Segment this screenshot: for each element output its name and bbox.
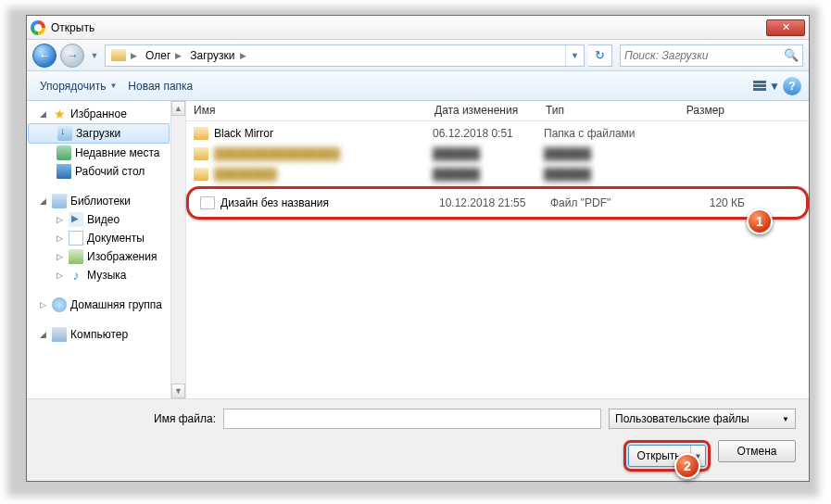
back-button[interactable]: ← xyxy=(32,44,57,68)
organize-button[interactable]: Упорядочить ▼ xyxy=(34,77,122,95)
file-row-selected[interactable]: Дизайн без названия 10.12.2018 21:55 Фай… xyxy=(193,193,763,213)
computer-icon xyxy=(52,327,67,342)
sidebar-desktop[interactable]: Рабочий стол xyxy=(27,162,185,181)
video-icon xyxy=(69,212,83,227)
desktop-icon xyxy=(57,164,71,179)
new-folder-label: Новая папка xyxy=(128,80,193,93)
sidebar-music[interactable]: ▷♪Музыка xyxy=(27,266,185,284)
chevron-down-icon: ▼ xyxy=(109,82,117,90)
file-list: Black Mirror 06.12.2018 0:51 Папка с фай… xyxy=(186,121,809,398)
sidebar-scrollbar[interactable]: ▲ ▼ xyxy=(170,101,185,398)
annotation-callout-1: 1 xyxy=(747,208,773,234)
annotation-callout-2: 2 xyxy=(674,453,700,479)
documents-icon xyxy=(69,231,83,246)
new-folder-button[interactable]: Новая папка xyxy=(122,77,198,95)
sidebar-downloads[interactable]: Загрузки xyxy=(28,123,170,144)
music-icon: ♪ xyxy=(69,268,83,283)
titlebar: Открыть ✕ xyxy=(27,16,809,40)
help-button[interactable]: ? xyxy=(783,77,801,95)
sidebar-computer[interactable]: ◢Компьютер xyxy=(27,325,185,344)
folder-icon xyxy=(194,127,208,140)
search-input[interactable] xyxy=(624,49,784,62)
sidebar-libraries[interactable]: ◢Библиотеки xyxy=(27,192,185,210)
star-icon: ★ xyxy=(52,107,67,121)
folder-icon xyxy=(194,147,208,160)
address-bar[interactable]: ▶ Олег ▶ Загрузки ▶ ▼ xyxy=(105,44,585,67)
sidebar-video[interactable]: ▷Видео xyxy=(27,210,185,229)
organize-label: Упорядочить xyxy=(40,80,106,93)
view-mode-button[interactable]: ▼ xyxy=(749,76,783,96)
view-list-icon xyxy=(752,80,767,93)
sidebar: ◢★Избранное Загрузки Недавние места Рабо… xyxy=(27,101,186,398)
crumb-separator[interactable]: ▶ xyxy=(128,51,140,60)
images-icon xyxy=(69,249,83,264)
recent-icon xyxy=(57,145,71,160)
chrome-icon xyxy=(31,20,45,35)
column-header[interactable]: Имя Дата изменения Тип Размер xyxy=(186,101,809,121)
col-name[interactable]: Имя xyxy=(186,101,427,120)
file-row[interactable]: Black Mirror 06.12.2018 0:51 Папка с фай… xyxy=(186,123,809,144)
sidebar-images[interactable]: ▷Изображения xyxy=(27,247,185,266)
crumb-user[interactable]: Олег xyxy=(140,49,172,62)
sidebar-recent[interactable]: Недавние места xyxy=(27,144,185,162)
sidebar-homegroup[interactable]: ▷Домашняя группа xyxy=(27,296,185,314)
address-dropdown[interactable]: ▼ xyxy=(565,45,584,66)
file-type-filter[interactable]: Пользовательские файлы ▼ xyxy=(609,409,796,429)
col-size[interactable]: Размер xyxy=(659,101,733,120)
scroll-up-icon[interactable]: ▲ xyxy=(171,101,185,116)
folder-icon xyxy=(111,49,126,61)
crumb-folder[interactable]: Загрузки xyxy=(184,49,236,62)
svg-rect-2 xyxy=(753,88,766,91)
search-box[interactable]: 🔍 xyxy=(620,44,803,67)
sidebar-documents[interactable]: ▷Документы xyxy=(27,229,185,247)
crumb-separator[interactable]: ▶ xyxy=(237,51,249,60)
navigation-bar: ← → ▼ ▶ Олег ▶ Загрузки ▶ ▼ ↻ 🔍 xyxy=(27,40,809,71)
sidebar-favorites[interactable]: ◢★Избранное xyxy=(27,105,185,123)
history-dropdown[interactable]: ▼ xyxy=(88,45,101,66)
filename-input[interactable] xyxy=(223,409,601,429)
main-area: ◢★Избранное Загрузки Недавние места Рабо… xyxy=(27,101,809,398)
file-row[interactable]: ████████████████ ██████ ██████ xyxy=(186,144,809,164)
libraries-icon xyxy=(52,194,67,208)
annotation-highlight-1: Дизайн без названия 10.12.2018 21:55 Фай… xyxy=(186,186,809,220)
crumb-separator[interactable]: ▶ xyxy=(172,51,184,60)
forward-button[interactable]: → xyxy=(60,44,84,68)
svg-rect-0 xyxy=(753,81,766,83)
file-icon xyxy=(200,196,215,209)
folder-icon xyxy=(194,168,208,181)
close-button[interactable]: ✕ xyxy=(766,19,805,36)
file-pane: Имя Дата изменения Тип Размер Black Mirr… xyxy=(186,101,809,398)
refresh-button[interactable]: ↻ xyxy=(588,44,612,67)
filename-label: Имя файла: xyxy=(40,412,216,425)
scroll-down-icon[interactable]: ▼ xyxy=(171,384,185,398)
window-title: Открыть xyxy=(51,21,94,34)
chevron-down-icon: ▼ xyxy=(769,80,780,93)
col-type[interactable]: Тип xyxy=(538,101,659,120)
open-file-dialog: Открыть ✕ ← → ▼ ▶ Олег ▶ Загрузки ▶ ▼ ↻ … xyxy=(26,15,810,482)
cancel-button[interactable]: Отмена xyxy=(718,440,796,462)
svg-rect-1 xyxy=(753,84,766,87)
col-date[interactable]: Дата изменения xyxy=(427,101,538,120)
search-icon[interactable]: 🔍 xyxy=(784,48,799,62)
homegroup-icon xyxy=(52,297,67,312)
file-row[interactable]: ████████ ██████ ██████ xyxy=(186,164,809,184)
toolbar: Упорядочить ▼ Новая папка ▼ ? xyxy=(27,71,809,101)
chevron-down-icon: ▼ xyxy=(782,415,789,423)
downloads-icon xyxy=(57,126,72,141)
